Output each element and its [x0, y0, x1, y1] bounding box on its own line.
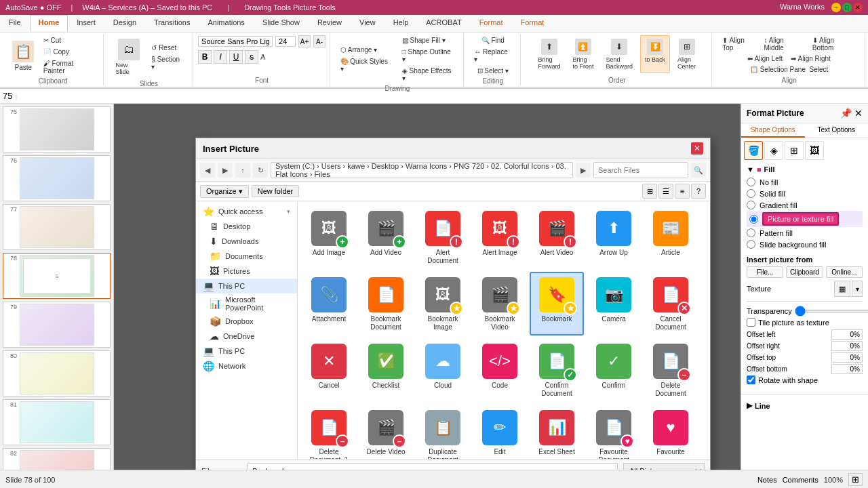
file-item[interactable]: ⬆Arrow Up — [587, 205, 641, 269]
file-item[interactable]: ✏Edit — [473, 405, 527, 459]
tab-text-options[interactable]: Text Options — [805, 123, 869, 138]
fill-line-icon-btn[interactable]: 🪣 — [744, 141, 763, 160]
fill-pattern[interactable]: Pattern fill — [747, 227, 863, 239]
file-item[interactable]: 📄Bookmark Document — [359, 272, 413, 336]
back-button[interactable]: ◀ — [200, 163, 215, 178]
tab-help[interactable]: Help — [384, 15, 418, 32]
file-item[interactable]: 📷Camera — [587, 272, 641, 336]
fill-picture-texture[interactable]: Picture or texture fill — [747, 211, 863, 227]
format-pin-button[interactable]: 📌 — [840, 108, 852, 119]
minimize-button[interactable]: – — [831, 3, 841, 12]
address-go-button[interactable]: ▶ — [576, 163, 591, 178]
tab-slideshow[interactable]: Slide Show — [254, 15, 309, 32]
file-item[interactable]: 📄✓Confirm Document — [530, 338, 584, 402]
font-color-btn[interactable]: A — [260, 53, 265, 61]
view-details[interactable]: ≡ — [675, 184, 690, 199]
file-item[interactable]: 📄♥Favourite Document — [587, 405, 641, 459]
nav-quick-access[interactable]: ⭐ Quick access ▾ — [196, 204, 297, 219]
slide-thumb-76[interactable]: 76 — [3, 155, 111, 201]
nav-this-pc-2[interactable]: 💻 This PC — [196, 344, 297, 359]
fill-no-fill[interactable]: No fill — [747, 176, 863, 188]
file-item[interactable]: 🎬!Alert Video — [530, 205, 584, 269]
fill-slide-bg[interactable]: Slide background fill — [747, 239, 863, 250]
line-section-title[interactable]: ▶ Line — [741, 399, 868, 413]
tab-review[interactable]: Review — [309, 15, 351, 32]
dialog-close-button[interactable]: ✕ — [691, 142, 703, 155]
file-item[interactable]: 📄–Delete Document — [644, 338, 698, 402]
online-button[interactable]: Online... — [826, 266, 863, 278]
file-item[interactable]: 📋Duplicate Document — [416, 405, 470, 459]
format-close-button[interactable]: ✕ — [854, 108, 863, 119]
file-item[interactable]: 📄–Delete Document_1 — [302, 405, 356, 459]
bring-to-front-button[interactable]: ⏫ Bringto Front — [568, 35, 598, 73]
offset-right-input[interactable] — [831, 341, 863, 351]
fill-solid-radio[interactable] — [747, 189, 755, 198]
nav-downloads[interactable]: ⬇ Downloads — [196, 234, 297, 249]
nav-network[interactable]: 🌐 Network — [196, 359, 297, 373]
shape-outline-button[interactable]: □ Shape Outline ▾ — [399, 47, 458, 64]
file-item[interactable]: 📰Article — [644, 205, 698, 269]
refresh-button[interactable]: ↻ — [253, 163, 268, 178]
nav-onedrive[interactable]: ☁ OneDrive — [196, 329, 297, 344]
strikethrough-button[interactable]: S̶ — [245, 50, 258, 64]
view-extra-large[interactable]: ⊞ — [642, 184, 657, 199]
offset-top-input[interactable] — [831, 352, 863, 363]
file-item[interactable]: ✅Checklist — [359, 338, 413, 402]
close-button[interactable]: ✕ — [853, 3, 863, 12]
file-button[interactable]: File... — [747, 266, 783, 278]
organize-button[interactable]: Organize ▾ — [200, 185, 249, 198]
arrange-button[interactable]: ⬡ Arrange ▾ — [337, 45, 395, 55]
up-button[interactable]: ↑ — [235, 163, 250, 178]
file-item[interactable]: 🎬+Add Video — [359, 205, 413, 269]
search-button[interactable]: 🔍 — [691, 163, 706, 178]
file-item[interactable]: 📎Attachment — [302, 272, 356, 336]
address-path[interactable]: System (C:) › Users › kawe › Desktop › W… — [271, 162, 573, 178]
nav-this-pc[interactable]: 💻 This PC — [196, 279, 297, 293]
file-item[interactable]: 🖼★Bookmark Image — [416, 272, 470, 336]
nav-documents[interactable]: 📁 Documents — [196, 249, 297, 264]
transparency-slider[interactable] — [795, 310, 868, 312]
rotate-checkbox[interactable] — [747, 375, 755, 384]
send-to-back-button[interactable]: ⏬ to Back — [640, 35, 670, 73]
align-middle-button[interactable]: ↕ Align Middle — [760, 35, 807, 53]
fill-gradient[interactable]: Gradient fill — [747, 199, 863, 211]
new-slide-button[interactable]: 🗂 New Slide — [111, 35, 146, 79]
fill-section-title[interactable]: ▼ ■ Fill — [747, 165, 863, 174]
fill-pattern-radio[interactable] — [747, 228, 755, 237]
nav-pictures[interactable]: 🖼 Pictures — [196, 264, 297, 279]
comments-button[interactable]: Comments — [783, 476, 818, 484]
align-left-button[interactable]: ⬅ Align Left — [744, 54, 786, 64]
nav-desktop[interactable]: 🖥 Desktop — [196, 219, 297, 234]
font-size-decrease[interactable]: A- — [313, 35, 326, 47]
file-item[interactable]: ✕Cancel — [302, 338, 356, 402]
reset-button[interactable]: ↺ Reset — [148, 43, 186, 53]
view-help[interactable]: ? — [691, 184, 706, 199]
file-item[interactable]: 📊Excel Sheet — [530, 405, 584, 459]
fit-button[interactable]: ⊞ — [848, 473, 863, 486]
picture-icon-btn[interactable]: 🖼 — [805, 141, 824, 160]
align-button[interactable]: ⊞ AlignCenter — [673, 35, 701, 73]
find-button[interactable]: 🔍 Find — [478, 35, 508, 45]
shape-fill-button[interactable]: ▧ Shape Fill ▾ — [399, 35, 458, 45]
file-item[interactable]: 🎬–Delete Video — [359, 405, 413, 459]
file-item[interactable]: 📄✕Cancel Document — [644, 272, 698, 336]
align-right-button[interactable]: ➡ Align Right — [787, 54, 834, 64]
maximize-button[interactable]: □ — [842, 3, 852, 12]
format-painter-button[interactable]: 🖌 Format Painter — [40, 58, 98, 76]
fill-slide-bg-radio[interactable] — [747, 240, 755, 249]
file-item[interactable]: ✓Confirm — [587, 338, 641, 402]
file-item[interactable]: 🔖★Bookmark — [530, 272, 584, 336]
file-item[interactable]: 🎬★Bookmark Video — [473, 272, 527, 336]
search-input[interactable] — [593, 162, 688, 178]
texture-picker[interactable]: ▦ — [834, 281, 850, 297]
clipboard-button[interactable]: Clipboard — [786, 266, 823, 278]
font-size-increase[interactable]: A+ — [298, 35, 311, 47]
quick-styles-button[interactable]: 🎨 Quick Styles ▾ — [337, 56, 395, 74]
tab-view[interactable]: View — [351, 15, 384, 32]
tile-checkbox[interactable] — [747, 318, 755, 327]
slide-thumb-77[interactable]: 77 — [3, 204, 111, 250]
filename-input[interactable] — [248, 463, 618, 470]
bring-forward-button[interactable]: ⬆ BringForward — [533, 35, 565, 73]
effects-icon-btn[interactable]: ◈ — [764, 141, 783, 160]
fill-picture-texture-radio[interactable] — [749, 215, 758, 224]
